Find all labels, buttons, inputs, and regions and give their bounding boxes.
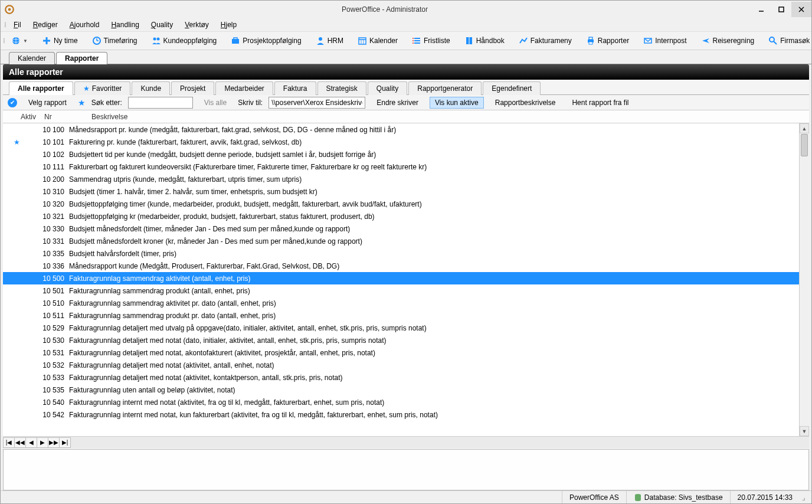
maximize-button[interactable]	[771, 2, 791, 17]
database-icon	[634, 493, 642, 502]
table-row[interactable]: 10 100Månedsrapport pr. kunde (medgått, …	[3, 123, 799, 136]
tb-firmasok[interactable]: Firmasøk	[764, 35, 812, 47]
svg-rect-3	[779, 7, 784, 12]
rpttab-strategisk[interactable]: Strategisk	[317, 81, 366, 95]
nav-next-page[interactable]: ▶▶	[48, 437, 60, 448]
table-row[interactable]: 10 510Fakturagrunnlag sammendrag aktivit…	[3, 297, 799, 309]
table-row[interactable]: ★10 101Fakturering pr. kunde (fakturerba…	[3, 136, 799, 148]
tb-handbok[interactable]: Håndbok	[460, 35, 509, 47]
rpttab-prosjekt[interactable]: Prosjekt	[171, 81, 214, 95]
list-icon	[412, 36, 421, 45]
row-beskrivelse: Sammendrag utpris (kunde, medgått, faktu…	[69, 175, 799, 184]
tb-reiseregning[interactable]: Reiseregning	[696, 35, 759, 47]
row-beskrivelse: Budsjett månedsfordelt kroner (kr, måned…	[69, 237, 799, 246]
row-nr: 10 111	[37, 163, 69, 171]
tb-hrm[interactable]: HRM	[311, 35, 348, 47]
check-icon: ✔	[8, 98, 17, 107]
status-company: PowerOffice AS	[562, 491, 626, 503]
printer-path-input[interactable]	[269, 97, 365, 109]
briefcase-icon	[231, 36, 240, 45]
close-button[interactable]	[791, 2, 811, 17]
row-beskrivelse: Månedsrapport pr. kunde (medgått, faktur…	[69, 126, 799, 134]
menu-fil[interactable]: Fil	[8, 19, 27, 30]
rpttab-quality[interactable]: Quality	[368, 81, 407, 95]
table-row[interactable]: 10 501Fakturagrunnlag sammendrag produkt…	[3, 284, 799, 297]
tb-internpost[interactable]: Internpost	[639, 35, 691, 47]
table-row[interactable]: 10 331Budsjett månedsfordelt kroner (kr,…	[3, 235, 799, 247]
vertical-scrollbar[interactable]: ▲ ▼	[799, 123, 809, 436]
table-row[interactable]: 10 321Budsjettoppfølging kr (medarbeider…	[3, 210, 799, 222]
table-row[interactable]: 10 335Budsjett halvårsfordelt (timer, pr…	[3, 247, 799, 260]
rpttab-alle[interactable]: Alle rapporter	[9, 81, 73, 95]
col-aktiv[interactable]: Aktiv	[21, 113, 44, 121]
svg-rect-33	[589, 42, 592, 44]
vis-alle-button[interactable]: Vis alle	[199, 97, 232, 109]
doctab-kalender[interactable]: Kalender	[9, 52, 55, 64]
table-row[interactable]: 10 511Fakturagrunnlag sammendrag produkt…	[3, 309, 799, 322]
tb-rapporter[interactable]: Rapporter	[581, 35, 634, 47]
status-database: Database: Sivs_testbase	[626, 491, 730, 503]
tb-kalender[interactable]: Kalender	[353, 35, 402, 47]
globe-dropdown[interactable]: ▼	[6, 35, 32, 47]
scroll-thumb[interactable]	[801, 134, 808, 156]
menu-verktoy[interactable]: Verktøy	[179, 19, 215, 30]
table-row[interactable]: 10 535Fakturagrunnlag uten antall og bel…	[3, 384, 799, 396]
row-beskrivelse: Fakturagrunnlag detaljert med notat (akt…	[69, 374, 799, 382]
tb-timeforing[interactable]: Timeføring	[87, 35, 142, 47]
tb-fristliste[interactable]: Fristliste	[407, 35, 455, 47]
rpttab-egendefinert[interactable]: Egendefinert	[483, 81, 541, 95]
row-beskrivelse: Fakturagrunnlag sammendrag aktivitet (an…	[69, 274, 799, 283]
scroll-up-arrow[interactable]: ▲	[800, 123, 809, 133]
table-row[interactable]: 10 310Budsjett (timer 1. halvår, timer 2…	[3, 185, 799, 198]
table-row[interactable]: 10 102Budsjettert tid per kunde (medgått…	[3, 148, 799, 161]
table-row[interactable]: 10 540Fakturagrunnlag internt med notat …	[3, 396, 799, 408]
rpttab-kunde[interactable]: Kunde	[132, 81, 170, 95]
tb-fakturameny[interactable]: Fakturameny	[514, 35, 577, 47]
row-beskrivelse: Budsjett månedsfordelt (timer, måneder J…	[69, 225, 799, 233]
nav-prev-page[interactable]: ◀◀	[14, 437, 26, 448]
nav-prev[interactable]: ◀	[25, 437, 37, 448]
rapportbeskrivelse-button[interactable]: Rapportbeskrivelse	[490, 97, 561, 109]
table-row[interactable]: 10 542Fakturagrunnlag internt med notat,…	[3, 408, 799, 421]
table-row[interactable]: 10 320Budsjettoppfølging timer (kunde, m…	[3, 198, 799, 210]
table-row[interactable]: 10 336Månedsrapport kunde (Medgått, Prod…	[3, 260, 799, 272]
scroll-down-arrow[interactable]: ▼	[800, 426, 809, 436]
vis-kun-aktive-button[interactable]: Vis kun aktive	[430, 97, 484, 109]
table-row[interactable]: 10 533Fakturagrunnlag detaljert med nota…	[3, 371, 799, 384]
favorite-star-icon[interactable]: ★	[78, 98, 86, 107]
action-bar: ✔ Velg rapport ★ Søk etter: Vis alle Skr…	[3, 95, 809, 110]
menu-handling[interactable]: Handling	[105, 19, 145, 30]
nav-next[interactable]: ▶	[37, 437, 48, 448]
minimize-button[interactable]	[751, 2, 771, 17]
tb-ny-time[interactable]: Ny time	[37, 35, 83, 47]
table-row[interactable]: 10 200Sammendrag utpris (kunde, medgått,…	[3, 173, 799, 185]
row-nr: 10 511	[37, 312, 69, 320]
rpttab-favoritter[interactable]: Favoritter	[74, 81, 131, 95]
col-nr[interactable]: Nr	[44, 113, 91, 121]
tb-prosjektoppfolging[interactable]: Prosjektoppfølging	[226, 35, 306, 47]
table-row[interactable]: 10 500Fakturagrunnlag sammendrag aktivit…	[3, 272, 799, 284]
nav-first[interactable]: |◀	[3, 437, 15, 448]
velg-rapport-button[interactable]: Velg rapport	[23, 97, 72, 109]
table-row[interactable]: 10 532Fakturagrunnlag detaljert med nota…	[3, 359, 799, 371]
tb-kundeoppfolging[interactable]: Kundeoppfølging	[147, 35, 222, 47]
table-row[interactable]: 10 529Fakturagrunnlag detaljert med utva…	[3, 322, 799, 334]
col-beskrivelse[interactable]: Beskrivelse	[91, 113, 809, 121]
nav-last[interactable]: ▶|	[59, 437, 71, 448]
menu-hjelp[interactable]: Hjelp	[215, 19, 243, 30]
table-row[interactable]: 10 111Fakturerbart og fakturert kundeove…	[3, 161, 799, 173]
search-input[interactable]	[128, 97, 193, 109]
menubar: ⁞ Fil Rediger Ajourhold Handling Quality…	[1, 18, 811, 31]
menu-quality[interactable]: Quality	[145, 19, 179, 30]
menu-ajourhold[interactable]: Ajourhold	[64, 19, 106, 30]
rpttab-rapportgenerator[interactable]: Rapportgenerator	[408, 81, 482, 95]
menu-rediger[interactable]: Rediger	[27, 19, 64, 30]
rpttab-faktura[interactable]: Faktura	[274, 81, 316, 95]
endre-skriver-button[interactable]: Endre skriver	[371, 97, 424, 109]
table-row[interactable]: 10 531Fakturagrunnlag detaljert med nota…	[3, 346, 799, 359]
doctab-rapporter[interactable]: Rapporter	[56, 52, 107, 64]
hent-rapport-button[interactable]: Hent rapport fra fil	[567, 97, 634, 109]
table-row[interactable]: 10 330Budsjett månedsfordelt (timer, mån…	[3, 222, 799, 235]
rpttab-medarbeider[interactable]: Medarbeider	[215, 81, 273, 95]
table-row[interactable]: 10 530Fakturagrunnlag detaljert med nota…	[3, 334, 799, 346]
